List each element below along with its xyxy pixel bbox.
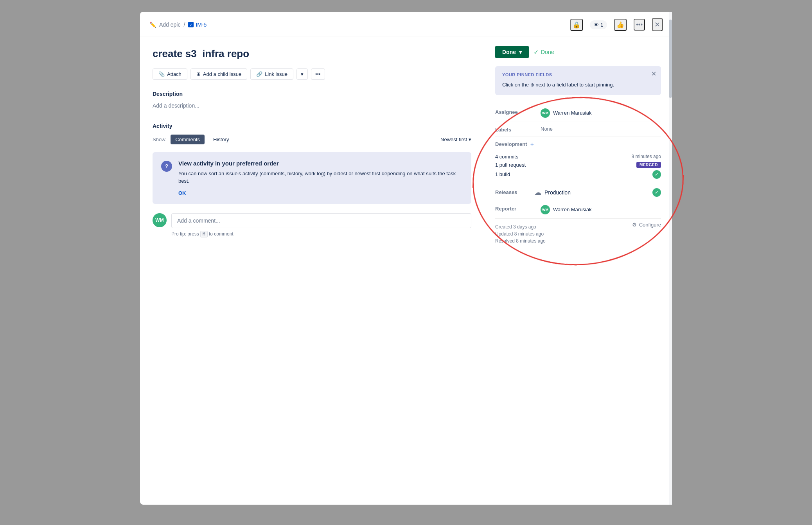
description-label: Description xyxy=(153,91,471,97)
build-item: 1 build ✓ xyxy=(495,169,661,180)
info-body: You can now sort an issue's activity (co… xyxy=(178,170,463,185)
add-epic-link[interactable]: Add epic xyxy=(159,22,180,28)
breadcrumb-sep: / xyxy=(183,22,185,28)
reporter-label: Reporter xyxy=(495,205,534,212)
more-options-button[interactable]: ••• xyxy=(634,19,645,31)
pinned-fields-box: YOUR PINNED FIELDS Click on the ⊕ next t… xyxy=(495,66,661,95)
development-header: Development + xyxy=(495,141,661,148)
activity-info-box: ? View activity in your preferred order … xyxy=(153,152,471,204)
status-row: Done ▾ ✓ Done xyxy=(495,46,661,58)
assignee-avatar: WM xyxy=(541,108,550,118)
labels-value: None xyxy=(541,126,661,132)
pull-request-label[interactable]: 1 pull request xyxy=(495,162,526,168)
child-issue-icon: ⊞ xyxy=(196,71,201,77)
keyboard-shortcut: M xyxy=(200,231,208,237)
done-status: ✓ Done xyxy=(534,49,554,56)
production-check-icon: ✓ xyxy=(652,188,661,197)
cloud-icon: ☁ xyxy=(534,188,541,197)
pinned-fields-title: YOUR PINNED FIELDS xyxy=(502,72,654,77)
more-actions-button[interactable]: ••• xyxy=(311,68,325,80)
add-child-issue-button[interactable]: ⊞ Add a child issue xyxy=(190,68,247,80)
configure-button[interactable]: ⚙ Configure xyxy=(632,222,661,228)
attach-icon: 📎 xyxy=(158,71,165,77)
activity-label: Activity xyxy=(153,123,471,129)
close-pinned-fields-button[interactable]: ✕ xyxy=(651,70,656,77)
build-status: ✓ xyxy=(652,170,661,179)
commits-item: 4 commits 9 minutes ago xyxy=(495,153,661,161)
pull-request-item: 1 pull request MERGED xyxy=(495,161,661,169)
comment-row: WM Add a comment... xyxy=(153,213,471,228)
issue-title[interactable]: create s3_infra repo xyxy=(153,47,471,61)
releases-label: Releases xyxy=(495,189,534,195)
attach-button[interactable]: 📎 Attach xyxy=(153,68,187,80)
production-label: Production xyxy=(544,189,571,196)
checkmark-icon: ✓ xyxy=(534,49,539,56)
labels-label: Labels xyxy=(495,126,534,133)
lock-button[interactable]: 🔒 xyxy=(570,19,583,31)
reporter-avatar: WM xyxy=(541,205,550,214)
build-check-icon: ✓ xyxy=(652,170,661,179)
like-button[interactable]: 👍 xyxy=(614,19,627,31)
show-label: Show: xyxy=(153,137,167,142)
ok-button[interactable]: OK xyxy=(178,190,186,196)
gear-icon: ⚙ xyxy=(632,222,637,228)
created-date: Created 3 days ago xyxy=(495,224,546,230)
done-button[interactable]: Done ▾ xyxy=(495,46,529,58)
description-input[interactable]: Add a description... xyxy=(153,101,471,110)
assignee-row[interactable]: Assignee WM Warren Marusiak xyxy=(495,104,661,122)
sort-order[interactable]: Newest first ▾ xyxy=(440,137,471,142)
merged-badge: MERGED xyxy=(636,162,661,168)
comments-tab[interactable]: Comments xyxy=(171,135,205,144)
info-content: View activity in your preferred order Yo… xyxy=(178,160,463,196)
commits-time: 9 minutes ago xyxy=(632,154,661,159)
development-section: Development + 4 commits 9 minutes ago 1 … xyxy=(495,137,661,184)
comment-input[interactable]: Add a comment... xyxy=(171,213,471,228)
sort-chevron-icon: ▾ xyxy=(469,137,471,142)
expand-button[interactable]: ▾ xyxy=(296,68,308,80)
action-bar: 📎 Attach ⊞ Add a child issue 🔗 Link issu… xyxy=(153,68,471,80)
build-label[interactable]: 1 build xyxy=(495,171,510,177)
info-title: View activity in your preferred order xyxy=(178,160,463,167)
history-tab[interactable]: History xyxy=(208,135,234,144)
reporter-row[interactable]: Reporter WM Warren Marusiak xyxy=(495,201,661,219)
right-panel: Done ▾ ✓ Done YOUR PINNED FIELDS Click o… xyxy=(484,36,672,505)
resolved-date: Resolved 8 minutes ago xyxy=(495,238,546,244)
header-actions: 🔒 👁 1 👍 ••• ✕ xyxy=(570,18,663,31)
releases-value: ☁ Production xyxy=(534,188,652,197)
modal-header: ✏️ Add epic / IM-5 🔒 👁 1 👍 ••• ✕ xyxy=(140,12,672,36)
pinned-fields-text: Click on the ⊕ next to a field label to … xyxy=(502,81,654,89)
user-avatar: WM xyxy=(153,213,167,227)
info-icon: ? xyxy=(161,161,172,172)
commits-label[interactable]: 4 commits xyxy=(495,154,518,160)
modal-body: create s3_infra repo 📎 Attach ⊞ Add a ch… xyxy=(140,36,672,505)
reporter-value: WM Warren Marusiak xyxy=(541,205,661,214)
activity-controls: Show: Comments History Newest first ▾ xyxy=(153,135,471,144)
assignee-value: WM Warren Marusiak xyxy=(541,108,661,118)
link-issue-button[interactable]: 🔗 Link issue xyxy=(250,68,293,80)
link-icon: 🔗 xyxy=(256,71,262,77)
watch-count: 1 xyxy=(600,22,603,28)
activity-section: Activity Show: Comments History Newest f… xyxy=(153,123,471,237)
assignee-label: Assignee xyxy=(495,108,534,115)
issue-checkbox-icon xyxy=(188,22,194,27)
assignee-name: Warren Marusiak xyxy=(553,110,591,116)
reporter-name: Warren Marusiak xyxy=(553,207,591,212)
close-button[interactable]: ✕ xyxy=(652,18,663,31)
metadata-section: Created 3 days ago Updated 8 minutes ago… xyxy=(495,219,661,251)
eye-icon: 👁 xyxy=(594,22,599,28)
done-chevron-icon: ▾ xyxy=(519,49,522,55)
labels-row[interactable]: Labels None xyxy=(495,122,661,137)
pro-tip: Pro tip: press M to comment xyxy=(171,231,471,237)
issue-id-badge[interactable]: IM-5 xyxy=(188,22,207,28)
releases-row[interactable]: Releases ☁ Production ✓ xyxy=(495,184,661,201)
watch-badge[interactable]: 👁 1 xyxy=(590,20,607,29)
pull-request-status: MERGED xyxy=(636,162,661,168)
description-section: Description Add a description... xyxy=(153,91,471,110)
activity-show-left: Show: Comments History xyxy=(153,135,234,144)
metadata-dates: Created 3 days ago Updated 8 minutes ago… xyxy=(495,219,546,251)
breadcrumb: ✏️ Add epic / IM-5 xyxy=(149,22,207,28)
add-development-button[interactable]: + xyxy=(530,141,534,148)
pin-icon: ⊕ xyxy=(530,82,534,88)
edit-icon: ✏️ xyxy=(149,22,156,28)
left-panel: create s3_infra repo 📎 Attach ⊞ Add a ch… xyxy=(140,36,484,505)
